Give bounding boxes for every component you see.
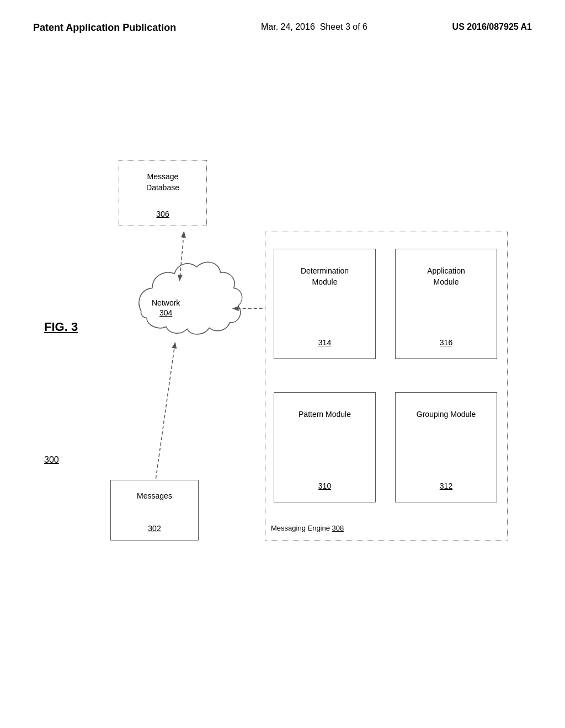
header-left: Patent Application Publication — [33, 22, 176, 34]
application-module-box: ApplicationModule 316 — [395, 249, 497, 359]
message-database-box: MessageDatabase 306 — [119, 160, 207, 226]
application-module-label: ApplicationModule — [427, 266, 465, 286]
page-header: Patent Application Publication Mar. 24, … — [0, 22, 565, 34]
application-module-number: 316 — [440, 338, 452, 347]
pattern-module-label: Pattern Module — [299, 410, 351, 419]
ref-300: 300 — [44, 455, 59, 465]
svg-line-0 — [155, 344, 175, 484]
determination-module-number: 314 — [318, 338, 331, 347]
network-label: Network 304 — [152, 298, 180, 318]
messaging-engine-label: Messaging Engine — [271, 524, 332, 532]
pattern-module-number: 310 — [318, 481, 331, 490]
figure-label: FIG. 3 — [44, 320, 78, 334]
messages-number: 302 — [148, 524, 161, 533]
determination-module-box: DeterminationModule 314 — [274, 249, 376, 359]
messages-box: Messages 302 — [110, 480, 199, 540]
determination-module-label: DeterminationModule — [301, 266, 349, 286]
header-right: US 2016/087925 A1 — [452, 22, 532, 32]
message-database-label: MessageDatabase — [146, 172, 179, 192]
messaging-engine-box: Messaging Engine 308 DeterminationModule… — [265, 232, 508, 540]
grouping-module-label: Grouping Module — [417, 410, 476, 419]
diagram-area: FIG. 3 300 MessageDatabase 306 Network 3… — [33, 83, 532, 695]
grouping-module-number: 312 — [440, 481, 452, 490]
messages-label: Messages — [137, 491, 172, 500]
svg-line-1 — [180, 233, 184, 276]
grouping-module-box: Grouping Module 312 — [395, 392, 497, 502]
pattern-module-box: Pattern Module 310 — [274, 392, 376, 502]
message-database-number: 306 — [156, 210, 169, 218]
header-center: Mar. 24, 2016 Sheet 3 of 6 — [261, 22, 367, 32]
